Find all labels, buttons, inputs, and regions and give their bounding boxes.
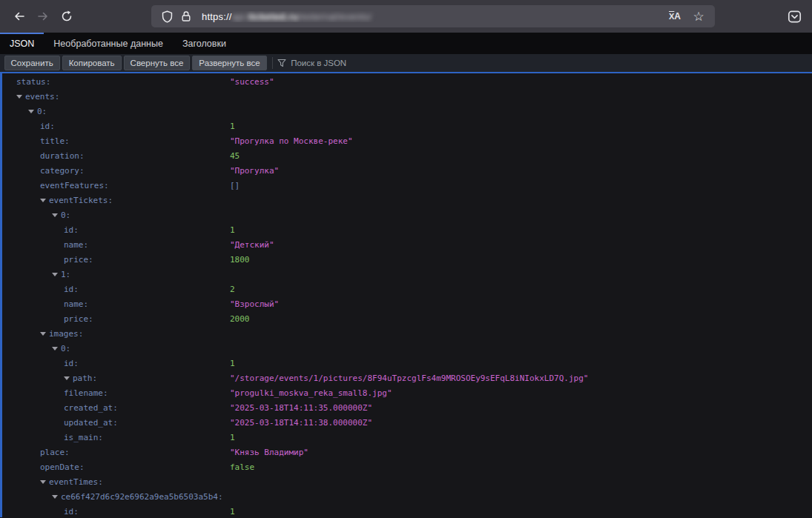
json-row: 0: [2, 208, 812, 223]
json-row: duration:45 [2, 149, 812, 164]
json-key: eventTickets: [49, 196, 113, 205]
expand-toggle-icon[interactable] [52, 347, 58, 351]
json-value: 2000 [230, 312, 250, 327]
json-key: openDate: [40, 462, 85, 472]
json-key: price: [64, 314, 93, 324]
json-key: 0: [37, 107, 47, 116]
json-tree-panel[interactable]: status:"success"events:0:id:1title:"Прог… [0, 72, 812, 517]
bookmark-star-icon[interactable]: ☆ [688, 7, 709, 26]
toolbar-divider [272, 57, 273, 69]
url-protocol: https:// [202, 11, 232, 22]
json-key: id: [64, 285, 79, 294]
translate-icon[interactable]: XA [664, 7, 685, 26]
expand-toggle-icon[interactable] [28, 110, 34, 113]
expand-toggle-icon[interactable] [52, 495, 58, 499]
json-row: is_main:1 [2, 431, 812, 445]
json-key: images: [49, 329, 83, 339]
json-row: category:"Прогулка" [2, 164, 812, 179]
json-row: eventTickets: [2, 193, 812, 208]
url-domain: ticketed.ru [248, 11, 298, 22]
json-row: openDate:false [2, 460, 812, 475]
expand-toggle-icon[interactable] [52, 273, 58, 276]
json-key: duration: [40, 151, 85, 161]
json-row: status:"success" [2, 75, 812, 90]
json-value: false [230, 460, 254, 475]
json-key: 0: [61, 344, 70, 353]
json-row: eventTimes: [2, 475, 812, 490]
json-row: title:"Прогулка по Москве-реке" [2, 134, 812, 149]
json-value: "/storage/events/1/pictures/8F94uTpzcglF… [230, 371, 588, 386]
expand-all-button[interactable]: Развернуть все [192, 56, 266, 70]
json-key: created_at: [64, 403, 118, 413]
url-subdomain: api. [232, 11, 248, 22]
json-value: "Детский" [230, 238, 274, 253]
json-row: id:1 [2, 356, 812, 371]
save-button[interactable]: Сохранить [4, 56, 60, 70]
json-value: 1 [230, 119, 235, 134]
json-row: filename:"progulki_moskva_reka_small8.jp… [2, 386, 812, 401]
expand-toggle-icon[interactable] [40, 199, 46, 202]
json-key: eventFeatures: [40, 181, 109, 190]
json-value: 1 [230, 505, 235, 517]
json-row: price:1800 [2, 253, 812, 268]
json-row: name:"Детский" [2, 238, 812, 253]
json-value: 1 [230, 223, 235, 238]
tab-headers[interactable]: Заголовки [173, 33, 236, 54]
forward-arrow-icon [37, 10, 49, 22]
collapse-all-button[interactable]: Свернуть все [124, 56, 191, 70]
json-row: id:1 [2, 119, 812, 134]
json-key: place: [40, 448, 70, 457]
tracking-protection-shield-icon[interactable] [157, 7, 176, 26]
url-path: /external/events/ [298, 11, 372, 22]
json-row: 1: [2, 268, 812, 282]
json-row: images: [2, 327, 812, 342]
jsonview-tabbar: JSON Необработанные данные Заголовки [0, 33, 812, 54]
expand-toggle-icon[interactable] [40, 480, 46, 484]
back-arrow-icon [13, 10, 25, 22]
url-bar[interactable]: https://api.ticketed.ru/external/events/… [151, 5, 715, 27]
json-value: 1800 [230, 253, 250, 268]
json-row: place:"Князь Владимир" [2, 445, 812, 460]
json-row: ce66f427d6c92e6962a9ea5b6503a5b4: [2, 490, 812, 505]
json-key: filename: [64, 388, 108, 398]
json-row: 0: [2, 342, 812, 356]
json-value: "Князь Владимир" [230, 445, 308, 460]
json-value: 1 [230, 431, 235, 445]
lock-icon[interactable] [176, 7, 196, 26]
tab-rawdata-label: Необработанные данные [53, 39, 163, 49]
json-key: is_main: [64, 433, 103, 442]
json-search-input[interactable] [291, 59, 454, 67]
tab-headers-label: Заголовки [182, 39, 226, 49]
tab-json-label: JSON [10, 39, 34, 49]
json-value: 2 [230, 282, 235, 297]
json-key: eventTimes: [49, 477, 103, 487]
expand-toggle-icon[interactable] [52, 213, 58, 217]
json-value: "2025-03-18T14:11:38.000000Z" [230, 416, 372, 431]
json-key: events: [25, 92, 59, 102]
filter-funnel-icon [277, 59, 286, 67]
json-row: events: [2, 90, 812, 104]
json-key: name: [64, 299, 88, 309]
json-value: "Прогулка" [230, 164, 279, 179]
back-button[interactable] [7, 6, 31, 27]
pocket-extension-icon[interactable] [784, 7, 805, 26]
json-row: id:1 [2, 223, 812, 238]
expand-toggle-icon[interactable] [64, 376, 70, 380]
json-search [277, 59, 454, 67]
expand-toggle-icon[interactable] [40, 332, 46, 336]
tab-rawdata[interactable]: Необработанные данные [44, 33, 173, 54]
url-text: https://api.ticketed.ru/external/events/ [202, 11, 664, 22]
expand-toggle-icon[interactable] [16, 95, 22, 99]
reload-icon [61, 10, 73, 22]
reload-button[interactable] [55, 6, 79, 27]
json-value: "success" [230, 75, 274, 90]
json-value: "progulki_moskva_reka_small8.jpg" [230, 386, 392, 401]
copy-button[interactable]: Копировать [62, 56, 122, 70]
json-row: updated_at:"2025-03-18T14:11:38.000000Z" [2, 416, 812, 431]
json-key: id: [64, 507, 79, 517]
json-value: [] [230, 179, 240, 193]
json-row: created_at:"2025-03-18T14:11:35.000000Z" [2, 401, 812, 416]
tab-json[interactable]: JSON [0, 33, 44, 54]
forward-button[interactable] [31, 6, 55, 27]
json-value: "2025-03-18T14:11:35.000000Z" [230, 401, 372, 416]
